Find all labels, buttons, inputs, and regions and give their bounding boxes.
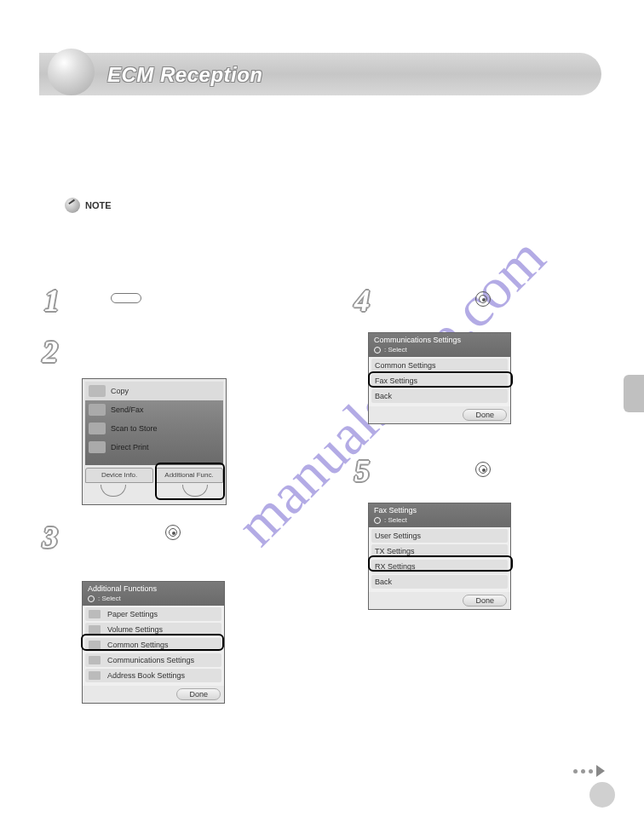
done-row: Done <box>83 686 224 703</box>
main-menu-tabs: Device Info. Additional Func. <box>85 468 223 483</box>
menu-item[interactable]: Send/Fax <box>85 400 223 419</box>
copy-icon <box>89 385 106 397</box>
print-icon <box>89 441 106 453</box>
note-icon <box>65 198 80 213</box>
screen-header-sub: : Select <box>88 594 219 604</box>
step-number-3: 3 <box>43 520 58 555</box>
volume-settings-icon <box>89 625 101 634</box>
screen-header: Fax Settings : Select <box>369 503 510 527</box>
section-side-tab <box>624 375 644 412</box>
list-item-label: Volume Settings <box>107 625 163 634</box>
screen-header-sub-text: : Select <box>98 594 121 604</box>
screen-header-title: Fax Settings <box>374 505 505 515</box>
list-item-label: Paper Settings <box>107 610 158 618</box>
screen-header: Additional Functions : Select <box>83 582 224 606</box>
list-item[interactable]: Address Book Settings <box>85 669 221 682</box>
main-menu-list: Copy Send/Fax Scan to Store Direct Print <box>85 382 223 465</box>
step-number-1: 1 <box>44 283 60 319</box>
list-item-label: Communications Settings <box>107 656 194 664</box>
step-number-4: 4 <box>354 283 370 319</box>
done-button[interactable]: Done <box>463 595 507 607</box>
list-item-label: Back <box>375 578 392 586</box>
screen-header-sub: : Select <box>374 515 505 526</box>
screen-header-sub: : Select <box>374 345 505 355</box>
menu-item-label: Copy <box>111 387 129 395</box>
dot-icon <box>589 769 593 773</box>
banner-sphere-icon <box>48 49 95 95</box>
menu-item-label: Send/Fax <box>111 405 144 414</box>
tab-additional-func[interactable]: Additional Func. <box>155 468 223 483</box>
button-pill-icon <box>111 293 141 303</box>
menu-item[interactable]: Copy <box>85 382 223 400</box>
paper-settings-icon <box>89 610 101 618</box>
screen-header-sub-text: : Select <box>384 345 407 355</box>
done-row: Done <box>369 592 510 609</box>
sendfax-icon <box>89 404 106 416</box>
list-item[interactable]: Common Settings <box>371 359 508 372</box>
list-item-label: Common Settings <box>375 361 436 370</box>
screen-header: Communications Settings : Select <box>369 333 510 357</box>
screen-header-sub-text: : Select <box>384 515 407 526</box>
step-number-2: 2 <box>43 334 58 370</box>
note-row: NOTE <box>65 198 112 213</box>
list-item[interactable]: Back <box>371 389 508 403</box>
ok-icon <box>374 347 381 354</box>
menu-item-label: Scan to Store <box>111 424 158 433</box>
softkey-right-icon <box>182 485 208 497</box>
dot-icon <box>573 769 578 773</box>
screen-header-title: Communications Settings <box>374 335 505 345</box>
note-label: NOTE <box>85 200 112 210</box>
footer-continuation-arrow <box>573 765 605 777</box>
menu-item[interactable]: Scan to Store <box>85 419 223 438</box>
list-item[interactable]: User Settings <box>371 529 508 543</box>
list-item-label: User Settings <box>375 532 421 540</box>
scroll-wheel-icon <box>475 291 491 307</box>
address-book-icon <box>89 671 101 680</box>
ok-icon <box>374 517 381 524</box>
scan-icon <box>89 423 106 434</box>
list-item-label: Back <box>375 392 392 400</box>
comm-settings-icon <box>89 656 101 664</box>
page-number-circle <box>589 782 615 808</box>
tab-device-info[interactable]: Device Info. <box>85 468 153 483</box>
highlight-communications-settings <box>81 634 224 651</box>
screen-header-title: Additional Functions <box>88 584 219 594</box>
main-menu-screen: Copy Send/Fax Scan to Store Direct Print… <box>82 378 227 505</box>
softkey-left-icon <box>101 485 126 497</box>
arrow-right-icon <box>596 765 605 777</box>
done-button[interactable]: Done <box>176 688 221 700</box>
highlight-rx-settings <box>368 555 513 572</box>
done-button[interactable]: Done <box>463 409 507 421</box>
step-number-5: 5 <box>354 453 370 489</box>
title-banner: ECM Reception <box>39 53 601 95</box>
page-title: ECM Reception <box>107 63 263 87</box>
menu-item-label: Direct Print <box>111 443 149 451</box>
list-item-label: TX Settings <box>375 547 415 555</box>
list-item[interactable]: Paper Settings <box>85 607 221 621</box>
dot-icon <box>581 769 585 773</box>
highlight-fax-settings <box>368 371 513 388</box>
list-item[interactable]: Communications Settings <box>85 653 221 667</box>
list-item-label: Address Book Settings <box>107 671 185 680</box>
list-item[interactable]: Back <box>371 575 508 589</box>
ok-icon <box>88 595 95 602</box>
menu-item[interactable]: Direct Print <box>85 438 223 457</box>
done-row: Done <box>369 406 510 423</box>
soft-key-indicators <box>85 485 223 502</box>
scroll-wheel-icon <box>165 525 181 540</box>
scroll-wheel-icon <box>475 462 491 477</box>
